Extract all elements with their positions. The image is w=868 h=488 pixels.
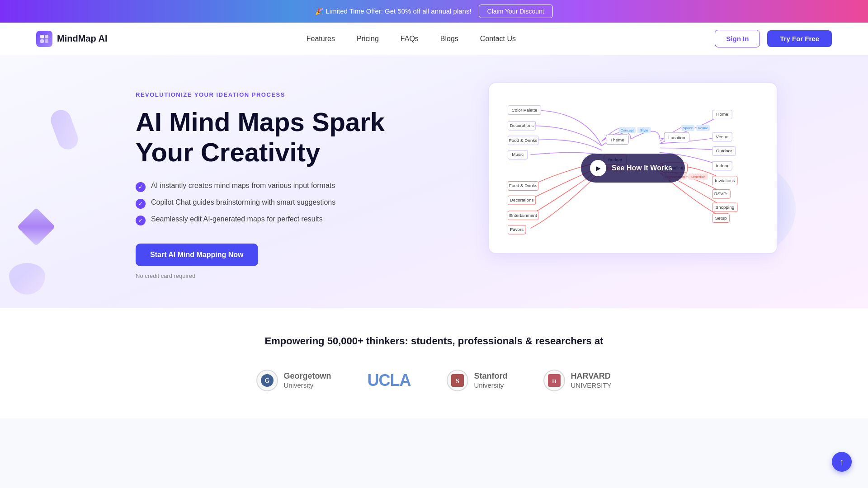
stanford-logo: S Stanford University — [447, 370, 507, 391]
stanford-name: Stanford University — [474, 371, 507, 389]
svg-text:Invitations: Invitations — [715, 178, 735, 183]
svg-text:Home: Home — [716, 112, 728, 117]
harvard-icon: H — [543, 370, 565, 391]
svg-text:RSVPs: RSVPs — [714, 191, 729, 196]
scroll-to-top-button[interactable]: ↑ — [832, 452, 852, 472]
main-nav: Features Pricing FAQs Blogs Contact Us — [307, 35, 516, 43]
deco-pill — [48, 107, 81, 152]
social-proof-title: Empowering 50,000+ thinkers: students, p… — [72, 335, 796, 347]
svg-text:Color Palette: Color Palette — [512, 108, 538, 113]
hero-feature-2: ✓ Copilot Chat guides brainstorming with… — [136, 198, 398, 209]
hero-section: REVOLUTIONIZE YOUR IDEATION PROCESS AI M… — [0, 55, 868, 308]
svg-text:Location: Location — [668, 135, 685, 140]
svg-text:Food & Drinks: Food & Drinks — [509, 138, 538, 143]
scroll-top-icon: ↑ — [840, 457, 844, 467]
nav-pricing[interactable]: Pricing — [357, 35, 379, 43]
nav-faqs[interactable]: FAQs — [401, 35, 419, 43]
ucla-text: UCLA — [368, 371, 411, 390]
play-button[interactable]: ▶ See How It Works — [581, 154, 685, 183]
logo-text: MindMap AI — [57, 33, 107, 44]
svg-text:S: S — [456, 378, 460, 385]
start-mapping-button[interactable]: Start AI Mind Mapping Now — [136, 244, 258, 266]
svg-text:Space: Space — [683, 126, 693, 130]
svg-text:Schedule: Schedule — [691, 175, 706, 179]
logo-icon — [36, 31, 52, 47]
nav-blogs[interactable]: Blogs — [440, 35, 458, 43]
svg-text:Style: Style — [640, 128, 648, 132]
deco-diamond — [17, 208, 56, 246]
svg-text:Indoor: Indoor — [716, 163, 729, 168]
nav-features[interactable]: Features — [307, 35, 335, 43]
university-logos: G Georgetown University UCLA S Stanford … — [72, 370, 796, 391]
svg-text:Entertainment: Entertainment — [509, 213, 537, 218]
svg-text:Setup: Setup — [715, 216, 727, 221]
svg-text:G: G — [265, 377, 270, 384]
sign-in-button[interactable]: Sign In — [715, 30, 760, 47]
georgetown-logo: G Georgetown University — [256, 370, 331, 391]
hero-content: REVOLUTIONIZE YOUR IDEATION PROCESS AI M… — [136, 82, 398, 279]
stanford-icon: S — [447, 370, 468, 391]
announcement-text: 🎉 Limited Time Offer: Get 50% off all an… — [315, 7, 471, 15]
hero-title: AI Mind Maps Spark Your Creativity — [136, 107, 398, 167]
try-free-button[interactable]: Try For Free — [767, 30, 832, 47]
svg-rect-1 — [45, 35, 48, 38]
hero-badge: REVOLUTIONIZE YOUR IDEATION PROCESS — [136, 91, 398, 98]
mindmap-frame: Theme Concept Style Location Space Venue… — [488, 82, 778, 254]
svg-text:Concept: Concept — [620, 128, 634, 132]
claim-discount-button[interactable]: Claim Your Discount — [479, 5, 553, 18]
check-icon-1: ✓ — [136, 182, 146, 192]
hero-feature-1: ✓ AI instantly creates mind maps from va… — [136, 182, 398, 192]
svg-text:Venue: Venue — [698, 126, 708, 130]
ucla-logo: UCLA — [368, 371, 411, 390]
nav-contact[interactable]: Contact Us — [480, 35, 516, 43]
svg-text:Music: Music — [512, 152, 524, 157]
georgetown-name: Georgetown University — [283, 371, 331, 389]
svg-text:Food & Drinks: Food & Drinks — [509, 183, 538, 188]
svg-text:Shopping: Shopping — [716, 205, 735, 210]
check-icon-3: ✓ — [136, 216, 146, 225]
svg-rect-0 — [40, 35, 44, 38]
svg-text:Venue: Venue — [716, 134, 729, 139]
hero-features-list: ✓ AI instantly creates mind maps from va… — [136, 182, 398, 225]
header: MindMap AI Features Pricing FAQs Blogs C… — [0, 23, 868, 55]
harvard-name: HARVARD UNIVERSITY — [571, 371, 611, 389]
svg-rect-2 — [40, 39, 44, 43]
play-label: See How It Works — [612, 164, 672, 172]
svg-text:Decorations: Decorations — [510, 197, 534, 202]
header-actions: Sign In Try For Free — [715, 30, 832, 47]
play-circle-icon: ▶ — [590, 160, 606, 176]
announcement-banner: 🎉 Limited Time Offer: Get 50% off all an… — [0, 0, 868, 23]
social-proof-section: Empowering 50,000+ thinkers: students, p… — [0, 308, 868, 418]
svg-rect-3 — [45, 39, 48, 43]
hero-feature-3: ✓ Seamlessly edit AI-generated maps for … — [136, 215, 398, 225]
deco-blob — [9, 263, 45, 295]
check-icon-2: ✓ — [136, 199, 146, 209]
no-credit-text: No credit card required — [136, 272, 398, 279]
svg-text:Decorations: Decorations — [510, 123, 534, 128]
svg-text:Outdoor: Outdoor — [716, 148, 732, 153]
hero-visual: Theme Concept Style Location Space Venue… — [488, 82, 796, 254]
logo[interactable]: MindMap AI — [36, 31, 107, 47]
harvard-logo: H HARVARD UNIVERSITY — [543, 370, 611, 391]
svg-text:H: H — [552, 378, 557, 385]
svg-text:Favors: Favors — [510, 227, 524, 232]
georgetown-icon: G — [256, 370, 278, 391]
svg-text:Theme: Theme — [610, 137, 624, 142]
